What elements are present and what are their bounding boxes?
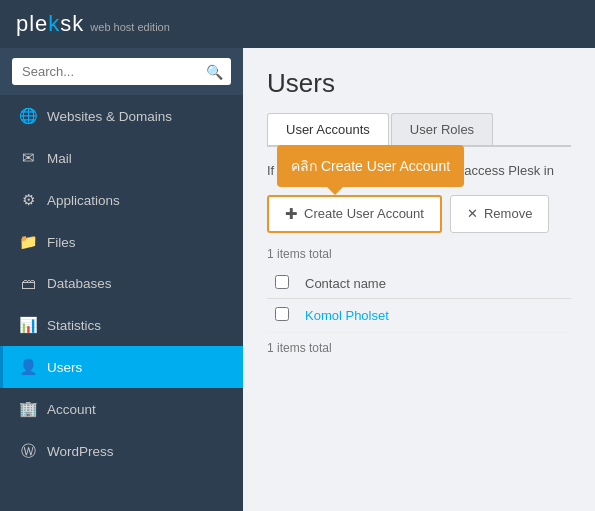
row-checkbox[interactable] <box>275 307 289 321</box>
sidebar-item-statistics[interactable]: 📊 Statistics <box>0 304 243 346</box>
remove-button[interactable]: ✕ Remove <box>450 195 549 233</box>
sidebar-item-mail[interactable]: ✉ Mail <box>0 137 243 179</box>
sidebar-item-files[interactable]: 📁 Files <box>0 221 243 263</box>
search-input[interactable] <box>12 58 231 85</box>
main-layout: 🔍 🌐 Websites & Domains ✉ Mail ⚙ Applicat… <box>0 48 595 511</box>
sidebar-item-wordpress[interactable]: Ⓦ WordPress <box>0 430 243 473</box>
user-table: Contact name Komol Pholset <box>267 269 571 333</box>
topbar: pleksk web host edition <box>0 0 595 48</box>
sidebar-item-label: Mail <box>47 151 72 166</box>
contact-name-cell: Komol Pholset <box>297 298 571 332</box>
table-header-row: Contact name <box>267 269 571 299</box>
search-bar: 🔍 <box>0 48 243 95</box>
contact-name-header: Contact name <box>297 269 571 299</box>
sidebar-item-label: Statistics <box>47 318 101 333</box>
sidebar-item-databases[interactable]: 🗃 Databases <box>0 263 243 304</box>
sidebar-item-label: Account <box>47 402 96 417</box>
websites-domains-icon: 🌐 <box>19 107 37 125</box>
account-icon: 🏢 <box>19 400 37 418</box>
select-all-checkbox[interactable] <box>275 275 289 289</box>
logo-accent: k <box>48 11 60 36</box>
sidebar-item-label: WordPress <box>47 444 114 459</box>
create-button-label: Create User Account <box>304 206 424 221</box>
wordpress-icon: Ⓦ <box>19 442 37 461</box>
databases-icon: 🗃 <box>19 275 37 292</box>
sidebar-item-websites-domains[interactable]: 🌐 Websites & Domains <box>0 95 243 137</box>
sidebar: 🔍 🌐 Websites & Domains ✉ Mail ⚙ Applicat… <box>0 48 243 511</box>
sidebar-item-label: Databases <box>47 276 112 291</box>
search-icon: 🔍 <box>206 64 223 80</box>
search-wrap: 🔍 <box>12 58 231 85</box>
sidebar-item-label: Applications <box>47 193 120 208</box>
sidebar-item-label: Users <box>47 360 82 375</box>
statistics-icon: 📊 <box>19 316 37 334</box>
create-user-account-button[interactable]: ✚ Create User Account <box>267 195 442 233</box>
mail-icon: ✉ <box>19 149 37 167</box>
page-title: Users <box>267 68 571 99</box>
items-total-top: 1 items total <box>267 247 571 261</box>
plesk-logo: pleksk web host edition <box>16 11 170 37</box>
row-checkbox-cell <box>267 298 297 332</box>
logo-sub: web host edition <box>90 21 170 33</box>
sidebar-item-users[interactable]: 👤 Users <box>0 346 243 388</box>
plus-icon: ✚ <box>285 205 298 223</box>
user-link[interactable]: Komol Pholset <box>305 308 389 323</box>
sidebar-item-account[interactable]: 🏢 Account <box>0 388 243 430</box>
sidebar-item-label: Websites & Domains <box>47 109 172 124</box>
items-total-bottom: 1 items total <box>267 341 571 355</box>
table-row: Komol Pholset <box>267 298 571 332</box>
remove-button-label: Remove <box>484 206 532 221</box>
tabs: User Accounts User Roles <box>267 113 571 147</box>
action-bar: คลิก Create User Account ✚ Create User A… <box>267 195 571 233</box>
applications-icon: ⚙ <box>19 191 37 209</box>
tab-user-accounts[interactable]: User Accounts <box>267 113 389 145</box>
users-icon: 👤 <box>19 358 37 376</box>
sidebar-item-applications[interactable]: ⚙ Applications <box>0 179 243 221</box>
content-area: Users User Accounts User Roles If you wa… <box>243 48 595 511</box>
sidebar-item-label: Files <box>47 235 76 250</box>
files-icon: 📁 <box>19 233 37 251</box>
tab-user-roles[interactable]: User Roles <box>391 113 493 145</box>
select-all-header <box>267 269 297 299</box>
info-text: If you want to allow other users to acce… <box>267 161 571 181</box>
logo-text: pleksk <box>16 11 84 37</box>
remove-icon: ✕ <box>467 206 478 221</box>
